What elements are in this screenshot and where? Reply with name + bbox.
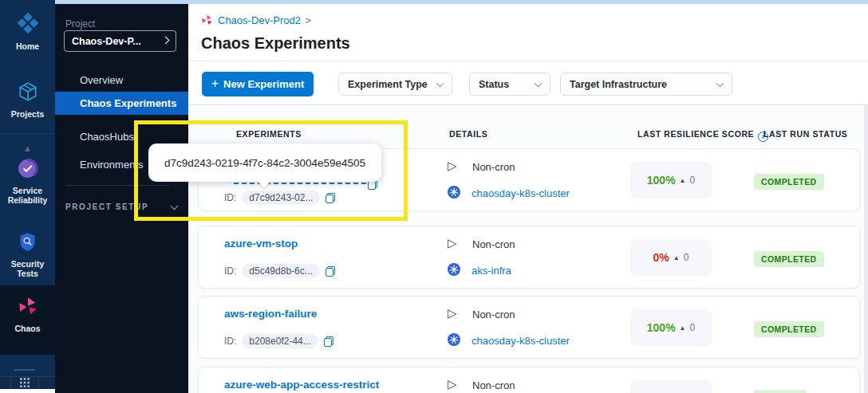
play-icon: ▷ bbox=[448, 236, 457, 250]
main-content: Chaos-Dev-Prod2 > Chaos Experiments + Ne… bbox=[188, 4, 868, 393]
vertical-scrollbar[interactable] bbox=[864, 105, 868, 393]
experiment-row[interactable]: azure-web-app-access-restrict ▷ Non-cron bbox=[198, 367, 860, 393]
copy-icon[interactable] bbox=[326, 193, 335, 203]
play-icon: ▷ bbox=[448, 377, 457, 391]
resilience-score-box: 100% ▲ 0 bbox=[630, 162, 712, 198]
chaos-breadcrumb-icon bbox=[201, 14, 213, 26]
column-header-experiments: EXPERIMENTS bbox=[236, 129, 302, 139]
column-header-last-run-status: LAST RUN STATUS bbox=[763, 129, 847, 139]
module-item-projects[interactable]: Projects bbox=[0, 81, 55, 119]
copy-icon[interactable] bbox=[326, 266, 335, 277]
breadcrumb-project-link[interactable]: Chaos-Dev-Prod2 bbox=[218, 14, 301, 26]
app-window: Home Projects ▲ Service Reliability Secu… bbox=[0, 0, 868, 393]
projects-icon bbox=[17, 81, 39, 103]
hovered-name-underline bbox=[234, 183, 374, 184]
score-value: 100% bbox=[647, 174, 676, 187]
new-experiment-label: New Experiment bbox=[223, 78, 304, 90]
security-tests-icon bbox=[17, 231, 38, 253]
chevron-down-icon bbox=[716, 79, 724, 87]
breadcrumb-separator: > bbox=[306, 15, 311, 26]
id-tooltip: d7c9d243-0219-4f7c-84c2-3004e59e4505 bbox=[148, 143, 381, 182]
id-label: ID: bbox=[224, 265, 236, 277]
page-title: Chaos Experiments bbox=[201, 34, 350, 53]
experiment-id-pill[interactable]: b208e0f2-44... bbox=[242, 334, 318, 348]
infrastructure-link[interactable]: chaosday-k8s-cluster bbox=[471, 335, 570, 347]
delta-up-icon: ▲ bbox=[680, 177, 686, 184]
schedule-type: Non-cron bbox=[472, 379, 515, 391]
scroll-up-arrow[interactable]: ▲ bbox=[0, 143, 55, 153]
module-item-service-reliability[interactable]: Service Reliability bbox=[0, 158, 55, 205]
project-setup-toggle[interactable]: PROJECT SETUP bbox=[65, 202, 177, 211]
chevron-down-icon bbox=[436, 79, 444, 87]
schedule-type: Non-cron bbox=[472, 238, 515, 250]
filter-label: Status bbox=[479, 79, 509, 90]
module-label: Home bbox=[0, 41, 55, 51]
module-grid-button[interactable] bbox=[10, 376, 39, 389]
kubernetes-icon bbox=[448, 186, 460, 202]
play-icon: ▷ bbox=[448, 306, 457, 320]
schedule-type: Non-cron bbox=[472, 161, 515, 173]
service-reliability-icon bbox=[17, 158, 38, 179]
score-delta: 0 bbox=[684, 252, 689, 263]
experiment-name-link[interactable]: aws-region-failure bbox=[224, 308, 317, 320]
sidebar-divider bbox=[65, 185, 169, 186]
plus-icon: + bbox=[211, 77, 219, 91]
chevron-down-icon bbox=[171, 202, 179, 210]
filter-experiment-type[interactable]: Experiment Type bbox=[338, 73, 452, 96]
experiment-name-link[interactable]: azure-web-app-access-restrict bbox=[224, 379, 379, 391]
column-header-resilience-score: LAST RESILIENCE SCOREi bbox=[637, 129, 768, 142]
kubernetes-icon bbox=[448, 333, 460, 349]
experiment-id-row: ID: b208e0f2-44... bbox=[224, 334, 333, 348]
status-badge: COMPLETED bbox=[754, 321, 824, 337]
sidebar-item-chaos-experiments[interactable]: Chaos Experiments bbox=[55, 92, 188, 115]
header-divider bbox=[188, 61, 868, 61]
breadcrumb: Chaos-Dev-Prod2 > bbox=[201, 14, 311, 26]
experiment-id-pill[interactable]: d5c49d8b-6c... bbox=[242, 264, 319, 278]
status-badge: COMPLETED bbox=[754, 251, 824, 267]
experiment-row[interactable]: azure-vm-stop ID: d5c49d8b-6c... ▷ Non-c… bbox=[198, 226, 860, 289]
new-experiment-button[interactable]: + New Experiment bbox=[202, 72, 314, 96]
schedule-type: Non-cron bbox=[472, 309, 515, 320]
infrastructure-link[interactable]: chaosday-k8s-cluster bbox=[471, 187, 570, 199]
score-delta: 0 bbox=[690, 175, 696, 186]
experiment-id-pill[interactable]: d7c9d243-02... bbox=[242, 191, 320, 205]
infrastructure-link[interactable]: aks-infra bbox=[471, 265, 511, 277]
module-item-chaos[interactable]: Chaos bbox=[0, 297, 55, 333]
module-label: Projects bbox=[0, 109, 55, 119]
project-selector[interactable]: Chaos-Dev-P... bbox=[64, 30, 176, 52]
score-value: 100% bbox=[647, 321, 676, 334]
home-icon bbox=[16, 11, 40, 35]
chaos-icon bbox=[18, 297, 38, 317]
filter-status[interactable]: Status bbox=[469, 73, 550, 96]
module-item-home[interactable]: Home bbox=[0, 11, 55, 51]
score-delta: 0 bbox=[690, 322, 696, 333]
id-label: ID: bbox=[224, 336, 236, 347]
project-sidebar: Project Chaos-Dev-P... Overview Chaos Ex… bbox=[55, 4, 188, 393]
module-label: Reliability bbox=[0, 195, 55, 205]
module-nav-bottom-divider bbox=[14, 369, 35, 371]
module-nav-divider bbox=[0, 133, 55, 134]
filter-target-infrastructure[interactable]: Target Infrastructure bbox=[560, 73, 732, 96]
experiment-row[interactable]: aws-region-failure ID: b208e0f2-44... ▷ … bbox=[198, 296, 860, 359]
module-label: Service bbox=[0, 186, 55, 195]
sidebar-item-overview[interactable]: Overview bbox=[55, 69, 188, 92]
module-label: Chaos bbox=[0, 324, 55, 333]
module-item-security-tests[interactable]: Security Tests bbox=[0, 231, 55, 278]
project-section-label: Project bbox=[65, 18, 95, 29]
tooltip-arrow bbox=[257, 181, 271, 188]
experiment-name-link[interactable]: azure-vm-stop bbox=[224, 238, 298, 250]
delta-up-icon: ▲ bbox=[673, 254, 680, 261]
module-nav: Home Projects ▲ Service Reliability Secu… bbox=[0, 0, 55, 389]
project-selector-value: Chaos-Dev-P... bbox=[72, 36, 163, 47]
chevron-down-icon bbox=[535, 79, 542, 87]
resilience-score-box: 0% ▲ 0 bbox=[630, 239, 712, 276]
id-label: ID: bbox=[224, 192, 236, 203]
resilience-score-box: 100% ▲ 0 bbox=[630, 309, 712, 346]
score-value: 0% bbox=[653, 251, 669, 264]
copy-icon[interactable] bbox=[324, 336, 333, 347]
chevron-right-icon bbox=[162, 36, 170, 44]
experiment-id-row: ID: d7c9d243-02... bbox=[224, 191, 335, 205]
play-icon: ▷ bbox=[448, 159, 457, 173]
column-header-details: DETAILS bbox=[449, 129, 487, 139]
delta-up-icon: ▲ bbox=[680, 324, 686, 332]
